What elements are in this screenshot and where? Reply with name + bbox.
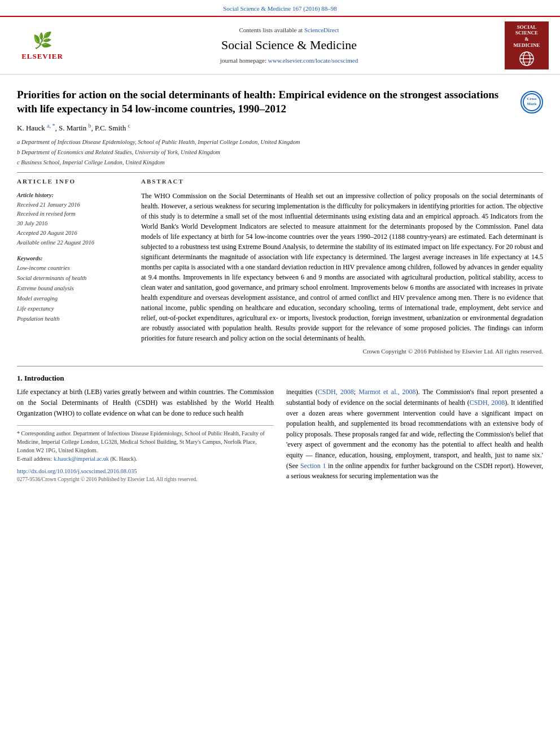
- revised-label: Received in revised form: [17, 209, 130, 219]
- doi-link[interactable]: http://dx.doi.org/10.1016/j.socscimed.20…: [17, 468, 137, 474]
- email-label: E-mail address:: [17, 456, 52, 462]
- journal-ref: Social Science & Medicine 167 (2016) 88–…: [223, 5, 337, 12]
- intro-left-text: Life expectancy at birth (LEB) varies gr…: [17, 387, 274, 418]
- intro-two-col: Life expectancy at birth (LEB) varies gr…: [17, 387, 543, 483]
- kw-3: Extreme bound analysis: [17, 283, 130, 294]
- authors-text: K. Hauck a, *, S. Martin b, P.C. Smith c: [17, 124, 130, 132]
- main-content: Cross Mark Priorities for action on the …: [0, 75, 560, 489]
- doi-line: http://dx.doi.org/10.1016/j.socscimed.20…: [17, 468, 274, 476]
- copyright-line: Crown Copyright © 2016 Published by Else…: [141, 347, 543, 356]
- online-date: Available online 22 August 2016: [17, 238, 130, 248]
- crossmark-circle: Cross Mark: [520, 91, 543, 113]
- footnote-area: * Corresponding author. Department of In…: [17, 425, 274, 463]
- kw-5: Life expectancy: [17, 304, 130, 314]
- authors: K. Hauck a, *, S. Martin b, P.C. Smith c: [17, 122, 543, 134]
- article-body: ARTICLE INFO Article history: Received 2…: [17, 177, 543, 359]
- kw-4: Model averaging: [17, 294, 130, 304]
- ssm-logo-box: SOCIALSCIENCE&MEDICINE: [505, 21, 549, 69]
- email-suffix: (K. Hauck).: [110, 456, 137, 462]
- marmot-link[interactable]: Marmot et al., 2008: [358, 388, 415, 396]
- tree-icon: 🌿: [33, 29, 53, 51]
- abstract-paragraph: The WHO Commission on the Social Determi…: [141, 191, 543, 343]
- article-history: Article history: Received 21 January 201…: [17, 191, 130, 248]
- csdh-2008-link[interactable]: CSDH, 2008: [318, 388, 354, 396]
- svg-text:Cross: Cross: [527, 97, 537, 101]
- journal-homepage-link[interactable]: www.elsevier.com/locate/socscimed: [268, 57, 358, 64]
- kw-2: Social determinants of health: [17, 273, 130, 283]
- intro-section: 1. Introduction Life expectancy at birth…: [17, 373, 543, 483]
- top-banner: 🌿 ELSEVIER Contents lists available at S…: [0, 17, 560, 75]
- footnote-corresponding: * Corresponding author. Department of In…: [17, 429, 274, 455]
- elsevier-brand: ELSEVIER: [21, 51, 63, 62]
- journal-header: Social Science & Medicine 167 (2016) 88–…: [0, 0, 560, 17]
- contents-line: Contents lists available at ScienceDirec…: [73, 26, 505, 34]
- article-header: Cross Mark Priorities for action on the …: [17, 88, 543, 116]
- kw-6: Population health: [17, 314, 130, 324]
- banner-center: Contents lists available at ScienceDirec…: [73, 26, 505, 65]
- article-info-label: ARTICLE INFO: [17, 177, 130, 186]
- abstract-col: ABSTRACT The WHO Commission on the Socia…: [141, 177, 543, 359]
- journal-title-banner: Social Science & Medicine: [73, 37, 505, 54]
- affiliations: a Department of Infectious Disease Epide…: [17, 138, 543, 167]
- svg-text:Mark: Mark: [527, 102, 536, 106]
- section1-link[interactable]: Section 1: [300, 462, 326, 470]
- elsevier-logo: 🌿 ELSEVIER: [11, 29, 73, 62]
- email-link[interactable]: k.hauck@imperial.ac.uk: [54, 456, 109, 462]
- ssm-logo-title: SOCIALSCIENCE&MEDICINE: [513, 24, 540, 49]
- homepage-line: journal homepage: www.elsevier.com/locat…: [73, 56, 505, 65]
- keywords-section: Keywords: Low-income countries Social de…: [17, 254, 130, 324]
- crossmark: Cross Mark: [520, 91, 543, 113]
- divider-2: [17, 366, 543, 366]
- article-info-col: ARTICLE INFO Article history: Received 2…: [17, 177, 130, 359]
- intro-right-text: inequities (CSDH, 2008; Marmot et al., 2…: [286, 387, 543, 481]
- keywords-label: Keywords:: [17, 254, 130, 264]
- intro-right: inequities (CSDH, 2008; Marmot et al., 2…: [286, 387, 543, 483]
- abstract-text: The WHO Commission on the Social Determi…: [141, 191, 543, 356]
- intro-left: Life expectancy at birth (LEB) varies gr…: [17, 387, 274, 483]
- aff-a: a Department of Infectious Disease Epide…: [17, 138, 543, 147]
- aff-b: b Department of Economics and Related St…: [17, 148, 543, 157]
- sciencedirect-link[interactable]: ScienceDirect: [304, 27, 339, 33]
- accepted-date: Accepted 20 August 2016: [17, 229, 130, 238]
- issn-line: 0277-9536/Crown Copyright © 2016 Publish…: [17, 476, 274, 483]
- footnote-email: E-mail address: k.hauck@imperial.ac.uk (…: [17, 455, 274, 463]
- article-title: Priorities for action on the social dete…: [17, 88, 543, 116]
- intro-heading: 1. Introduction: [17, 373, 543, 383]
- aff-c: c Business School, Imperial College Lond…: [17, 158, 543, 167]
- revised-date: 30 July 2016: [17, 219, 130, 229]
- abstract-label: ABSTRACT: [141, 177, 543, 186]
- history-label: Article history:: [17, 191, 130, 200]
- csdh-2008-link-2[interactable]: CSDH, 2008: [470, 399, 505, 407]
- received-date: Received 21 January 2016: [17, 200, 130, 210]
- divider-1: [17, 172, 543, 173]
- kw-1: Low-income countries: [17, 263, 130, 273]
- globe-icon: [518, 50, 535, 67]
